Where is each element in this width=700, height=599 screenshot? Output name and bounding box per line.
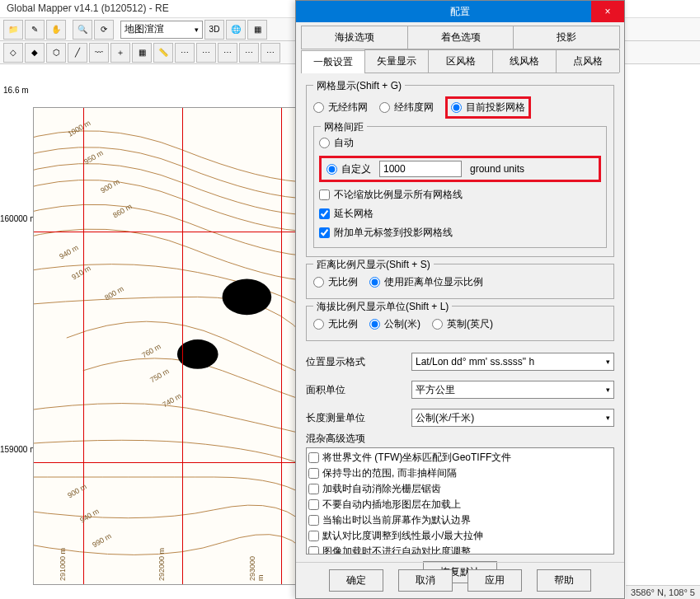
contour-lines bbox=[34, 108, 296, 584]
select-len-unit[interactable]: 公制(米/千米) bbox=[411, 409, 614, 427]
tab-projection[interactable]: 投影 bbox=[513, 26, 620, 49]
tool-curve-icon[interactable]: 〰 bbox=[89, 43, 109, 63]
radio-spacing-custom[interactable]: 自定义 bbox=[327, 162, 371, 176]
grid-v bbox=[281, 108, 282, 584]
tool-measure-icon[interactable]: 📏 bbox=[153, 43, 173, 63]
group-dist-scale: 距离比例尺显示(Shift + S) 无比例 使用距离单位显示比例 bbox=[306, 264, 614, 299]
row-pos-format: 位置显示格式 Lat/Lon dd° mm' ss.ssss" h bbox=[306, 348, 614, 376]
list-item[interactable]: 图像加载时不进行自动对比度调整 bbox=[308, 544, 612, 555]
radio-no-grid[interactable]: 无经纬网 bbox=[313, 101, 368, 115]
tab-area-style[interactable]: 区风格 bbox=[428, 49, 492, 73]
select-area-unit[interactable]: 平方公里 bbox=[411, 381, 614, 399]
list-item[interactable]: 将世界文件 (TFW)坐标匹配到GeoTIFF文件 bbox=[308, 450, 612, 466]
grid-v bbox=[83, 108, 84, 584]
tab-shading[interactable]: 着色选项 bbox=[407, 26, 514, 49]
chk-all-grid[interactable]: 不论缩放比例显示所有网格线 bbox=[319, 188, 463, 202]
list-item[interactable]: 保持导出的范围, 而非抽样间隔 bbox=[308, 466, 612, 481]
help-button[interactable]: 帮助 bbox=[537, 569, 591, 592]
apply-button[interactable]: 应用 bbox=[467, 569, 522, 592]
list-item[interactable]: 当输出时以当前屏幕作为默认边界 bbox=[308, 512, 612, 528]
tab-general[interactable]: 一般设置 bbox=[301, 50, 365, 73]
tool-shape1-icon[interactable]: ◇ bbox=[3, 43, 23, 63]
tool-3d-icon[interactable]: 3D bbox=[204, 20, 224, 40]
svg-point-1 bbox=[192, 349, 212, 363]
select-pos-format[interactable]: Lat/Lon dd° mm' ss.ssss" h bbox=[411, 353, 614, 371]
dialog-body: 网格显示(Shift + G) 无经纬网 经纬度网 目前投影网格 网格间距 自动… bbox=[296, 73, 624, 595]
ok-button[interactable]: 确定 bbox=[329, 569, 383, 592]
row-area-unit: 面积单位 平方公里 bbox=[306, 376, 614, 404]
y-label-1: 159000 m bbox=[0, 445, 36, 454]
tool-globe-icon[interactable]: 🌐 bbox=[226, 20, 246, 40]
tabs-top: 海拔选项 着色选项 投影 bbox=[301, 26, 619, 49]
tool-pencil-icon[interactable]: ✎ bbox=[25, 20, 45, 40]
radio-dist-show[interactable]: 使用距离单位显示比例 bbox=[369, 275, 483, 289]
config-dialog: 配置 × 海拔选项 着色选项 投影 一般设置 矢量显示 区风格 线风格 点风格 … bbox=[295, 0, 625, 599]
tool-line-icon[interactable]: ╱ bbox=[68, 43, 87, 63]
dialog-title: 配置 × bbox=[296, 1, 624, 22]
tabs-bottom: 一般设置 矢量显示 区风格 线风格 点风格 bbox=[301, 49, 619, 73]
chk-extend-grid[interactable]: 延长网格 bbox=[319, 207, 373, 221]
grid-v bbox=[182, 108, 183, 584]
cancel-button[interactable]: 取消 bbox=[398, 569, 453, 592]
highlight-custom-spacing: 自定义 ground units bbox=[319, 156, 601, 182]
tool-misc5-icon[interactable]: ⋯ bbox=[261, 43, 280, 63]
tool-misc2-icon[interactable]: ⋯ bbox=[196, 43, 216, 63]
spacing-unit: ground units bbox=[470, 163, 524, 175]
tab-vector[interactable]: 矢量显示 bbox=[364, 49, 429, 73]
highlight-proj-grid: 目前投影网格 bbox=[445, 96, 531, 119]
radio-spacing-auto[interactable]: 自动 bbox=[319, 136, 354, 150]
tool-shape2-icon[interactable]: ◆ bbox=[25, 43, 45, 63]
radio-dist-none[interactable]: 无比例 bbox=[313, 275, 358, 289]
tool-hand-icon[interactable]: ✋ bbox=[46, 20, 66, 40]
group-elev-scale: 海拔比例尺显示单位(Shift + L) 无比例 公制(米) 英制(英尺) bbox=[306, 306, 614, 341]
map-area: 16.6 m 160000 m 159000 m bbox=[0, 82, 297, 593]
grid-h bbox=[34, 232, 296, 232]
list-item[interactable]: 默认对比度调整到线性最小/最大拉伸 bbox=[308, 528, 612, 544]
chk-attach-labels[interactable]: 附加单元标签到投影网格线 bbox=[319, 226, 453, 240]
list-item[interactable]: 加载时自动消除光栅层锯齿 bbox=[308, 481, 612, 497]
map-canvas[interactable]: 1000 m 950 m 900 m 860 m 940 m 910 m 800… bbox=[33, 107, 297, 585]
tool-binoc-icon[interactable]: 🔍 bbox=[73, 20, 92, 40]
tab-line-style[interactable]: 线风格 bbox=[492, 49, 557, 73]
misc-listbox[interactable]: 将世界文件 (TFW)坐标匹配到GeoTIFF文件 保持导出的范围, 而非抽样间… bbox=[306, 447, 614, 555]
tab-elevation[interactable]: 海拔选项 bbox=[301, 26, 408, 49]
radio-elev-none[interactable]: 无比例 bbox=[313, 317, 358, 331]
tab-point-style[interactable]: 点风格 bbox=[556, 49, 620, 73]
radio-latlon-grid[interactable]: 经纬度网 bbox=[379, 101, 434, 115]
status-coords: 3586° N, 108° 5 bbox=[626, 585, 700, 599]
tool-grid-icon[interactable]: ▦ bbox=[132, 43, 152, 63]
tool-plus-icon[interactable]: ＋ bbox=[110, 43, 130, 63]
radio-elev-imperial[interactable]: 英制(英尺) bbox=[432, 317, 493, 331]
close-icon[interactable]: × bbox=[591, 1, 624, 22]
tool-misc1-icon[interactable]: ⋯ bbox=[175, 43, 195, 63]
row-len-unit: 长度测量单位 公制(米/千米) bbox=[306, 404, 614, 432]
group-grid-spacing: 网格间距 自动 自定义 ground units 不论缩放比例显示所有网格线 延… bbox=[313, 126, 607, 248]
ruler-top: 16.6 m bbox=[3, 86, 29, 95]
svg-point-2 bbox=[223, 279, 272, 316]
misc-label: 混杂高级选项 bbox=[306, 432, 614, 446]
tool-open-icon[interactable]: 📁 bbox=[3, 20, 23, 40]
group-grid-display: 网格显示(Shift + G) 无经纬网 经纬度网 目前投影网格 网格间距 自动… bbox=[306, 85, 614, 257]
tool-refresh-icon[interactable]: ⟳ bbox=[94, 20, 114, 40]
render-combo[interactable]: 地图渲渲 bbox=[120, 21, 203, 39]
dialog-buttons: 确定 取消 应用 帮助 bbox=[296, 562, 624, 592]
list-item[interactable]: 不要自动内插地形图层在加载上 bbox=[308, 497, 612, 512]
radio-elev-metric[interactable]: 公制(米) bbox=[369, 317, 420, 331]
radio-proj-grid[interactable]: 目前投影网格 bbox=[451, 101, 525, 115]
tool-misc3-icon[interactable]: ⋯ bbox=[218, 43, 237, 63]
y-label-0: 160000 m bbox=[0, 214, 36, 223]
tool-shape3-icon[interactable]: ⬡ bbox=[46, 43, 66, 63]
tool-misc4-icon[interactable]: ⋯ bbox=[239, 43, 259, 63]
grid-h bbox=[34, 462, 296, 463]
spacing-input[interactable] bbox=[379, 161, 462, 177]
tool-layers-icon[interactable]: ▦ bbox=[247, 20, 267, 40]
